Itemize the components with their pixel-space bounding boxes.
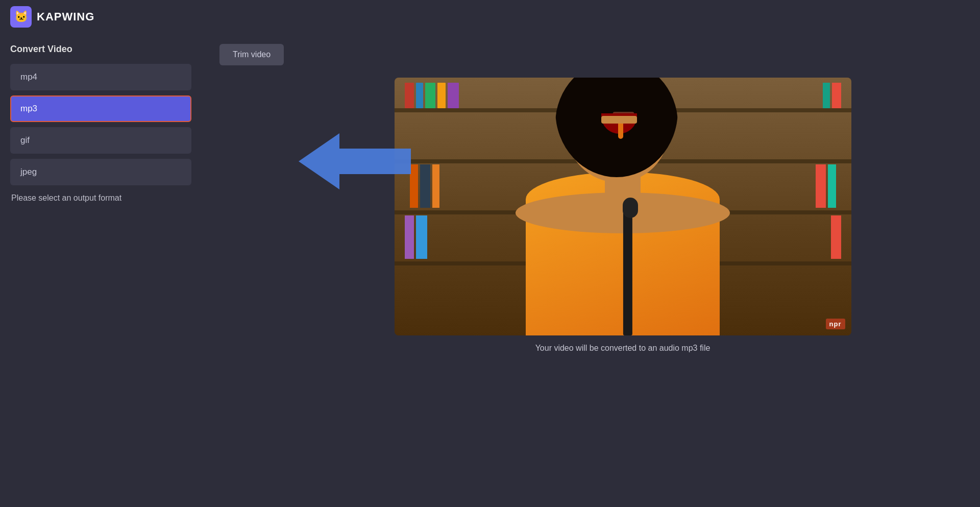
main-layout: Convert Video mp4 mp3 gif jpeg Please se… (0, 34, 980, 507)
logo-container: 🐱 KAPWING (10, 6, 94, 28)
format-option-mp4[interactable]: mp4 (10, 64, 191, 90)
video-caption: Your video will be converted to an audio… (535, 344, 710, 353)
logo-icon: 🐱 (10, 6, 32, 28)
content-area: Trim video (209, 34, 980, 507)
npr-badge: npr (826, 319, 845, 329)
status-text: Please select an output format (10, 194, 199, 203)
format-option-jpeg[interactable]: jpeg (10, 159, 191, 185)
video-section: npr Your video will be converted to an a… (250, 78, 980, 353)
format-option-gif[interactable]: gif (10, 127, 191, 154)
header: 🐱 KAPWING (0, 0, 980, 34)
video-still: npr (395, 78, 851, 335)
sidebar: Convert Video mp4 mp3 gif jpeg Please se… (0, 34, 209, 507)
trim-button[interactable]: Trim video (219, 44, 284, 65)
sidebar-title: Convert Video (10, 44, 199, 55)
video-placeholder: npr (395, 78, 851, 335)
logo-text: KAPWING (37, 10, 94, 23)
format-option-mp3[interactable]: mp3 (10, 95, 191, 122)
